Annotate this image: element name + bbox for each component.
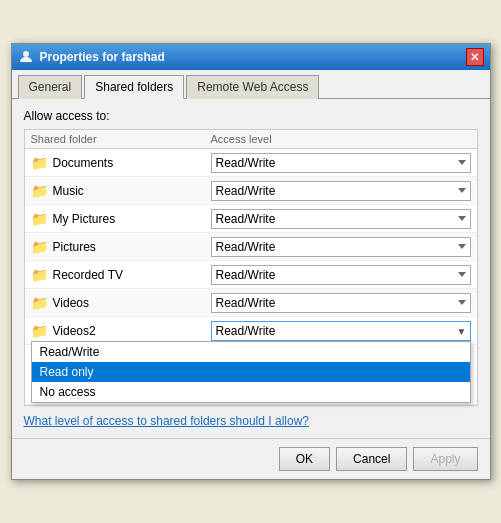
dropdown-arrow-icon: ▼: [457, 325, 467, 336]
column-header-access: Access level: [211, 133, 471, 145]
dropdown-option-read-only[interactable]: Read only: [32, 362, 470, 382]
access-select-documents[interactable]: Read/Write Read only No access: [211, 153, 471, 173]
folder-name-documents: 📁 Documents: [31, 155, 211, 171]
access-select-my-pictures[interactable]: Read/Write Read only No access: [211, 209, 471, 229]
folder-icon: 📁: [31, 183, 48, 199]
folder-name-my-pictures: 📁 My Pictures: [31, 211, 211, 227]
access-cell: Read/Write Read only No access: [211, 181, 471, 201]
folder-name-pictures: 📁 Pictures: [31, 239, 211, 255]
folder-name-videos2: 📁 Videos2: [31, 323, 211, 339]
folder-label: Documents: [53, 156, 114, 170]
cancel-button[interactable]: Cancel: [336, 447, 407, 471]
folder-icon: 📁: [31, 211, 48, 227]
column-header-folder: Shared folder: [31, 133, 211, 145]
access-select-videos[interactable]: Read/Write Read only No access: [211, 293, 471, 313]
dropdown-menu: Read/Write Read only No access: [31, 341, 471, 403]
tab-general[interactable]: General: [18, 75, 83, 99]
properties-window: Properties for farshad ✕ General Shared …: [11, 43, 491, 480]
table-header: Shared folder Access level: [25, 130, 477, 149]
ok-button[interactable]: OK: [279, 447, 330, 471]
tab-remote-web-access[interactable]: Remote Web Access: [186, 75, 319, 99]
tab-shared-folders[interactable]: Shared folders: [84, 75, 184, 99]
window-icon: [18, 49, 34, 65]
help-link[interactable]: What level of access to shared folders s…: [24, 414, 478, 428]
folder-name-videos: 📁 Videos: [31, 295, 211, 311]
folder-label: Videos: [53, 296, 89, 310]
folder-icon: 📁: [31, 295, 48, 311]
folder-table: Shared folder Access level 📁 Documents R…: [24, 129, 478, 406]
access-select-pictures[interactable]: Read/Write Read only No access: [211, 237, 471, 257]
dropdown-selected-value[interactable]: Read/Write ▼: [211, 321, 471, 341]
apply-button[interactable]: Apply: [413, 447, 477, 471]
table-row: 📁 Music Read/Write Read only No access: [25, 177, 477, 205]
access-select-recorded-tv[interactable]: Read/Write Read only No access: [211, 265, 471, 285]
access-cell: Read/Write Read only No access: [211, 237, 471, 257]
folder-icon: 📁: [31, 323, 48, 339]
svg-point-0: [23, 51, 29, 57]
access-cell: Read/Write Read only No access: [211, 153, 471, 173]
access-dropdown-videos2[interactable]: Read/Write ▼ Read/Write Read only No acc…: [211, 321, 471, 341]
folder-name-recorded-tv: 📁 Recorded TV: [31, 267, 211, 283]
folder-label: My Pictures: [53, 212, 116, 226]
folder-icon: 📁: [31, 267, 48, 283]
dropdown-option-no-access[interactable]: No access: [32, 382, 470, 402]
access-select-music[interactable]: Read/Write Read only No access: [211, 181, 471, 201]
tab-content-shared-folders: Allow access to: Shared folder Access le…: [12, 99, 490, 438]
dropdown-current-value: Read/Write: [216, 324, 276, 338]
folder-icon: 📁: [31, 155, 48, 171]
folder-label: Videos2: [53, 324, 96, 338]
close-button[interactable]: ✕: [466, 48, 484, 66]
table-row: 📁 Videos2 Read/Write ▼ Read/Write Read o…: [25, 317, 477, 345]
folder-icon: 📁: [31, 239, 48, 255]
folder-label: Recorded TV: [53, 268, 123, 282]
dropdown-option-read-write[interactable]: Read/Write: [32, 342, 470, 362]
access-cell: Read/Write Read only No access: [211, 209, 471, 229]
allow-access-label: Allow access to:: [24, 109, 478, 123]
tab-bar: General Shared folders Remote Web Access: [12, 70, 490, 99]
table-row: 📁 Videos Read/Write Read only No access: [25, 289, 477, 317]
table-row: 📁 Documents Read/Write Read only No acce…: [25, 149, 477, 177]
window-title: Properties for farshad: [40, 50, 165, 64]
access-cell: Read/Write Read only No access: [211, 265, 471, 285]
folder-label: Pictures: [53, 240, 96, 254]
table-row: 📁 My Pictures Read/Write Read only No ac…: [25, 205, 477, 233]
access-cell: Read/Write Read only No access: [211, 293, 471, 313]
table-row: 📁 Recorded TV Read/Write Read only No ac…: [25, 261, 477, 289]
title-bar: Properties for farshad ✕: [12, 44, 490, 70]
button-bar: OK Cancel Apply: [12, 438, 490, 479]
title-bar-left: Properties for farshad: [18, 49, 165, 65]
folder-name-music: 📁 Music: [31, 183, 211, 199]
folder-label: Music: [53, 184, 84, 198]
table-row: 📁 Pictures Read/Write Read only No acces…: [25, 233, 477, 261]
